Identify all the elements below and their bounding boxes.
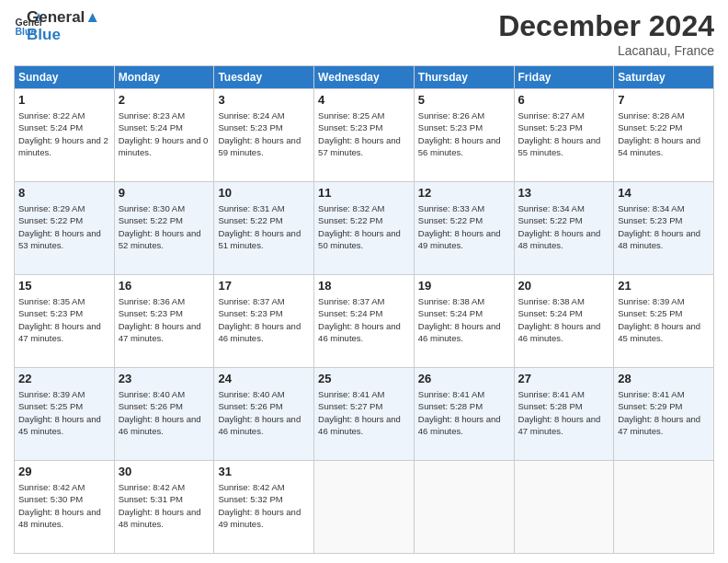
day-number: 18 [318, 278, 410, 294]
sunset-text: Sunset: 5:22 PM [119, 215, 183, 225]
sunrise-text: Sunrise: 8:40 AM [218, 389, 284, 399]
calendar-cell: 5Sunrise: 8:26 AMSunset: 5:23 PMDaylight… [414, 89, 514, 182]
day-number: 13 [518, 185, 610, 201]
calendar-cell [614, 461, 714, 554]
sunset-text: Sunset: 5:28 PM [418, 401, 483, 411]
col-tuesday: Tuesday [214, 66, 314, 89]
daylight-text: Daylight: 8 hours and 46 minutes. [218, 321, 301, 343]
day-number: 5 [418, 92, 510, 109]
day-number: 29 [18, 464, 110, 480]
sunset-text: Sunset: 5:23 PM [618, 215, 682, 225]
calendar-cell: 6Sunrise: 8:27 AMSunset: 5:23 PMDaylight… [514, 89, 614, 182]
day-number: 8 [18, 185, 110, 201]
daylight-text: Daylight: 8 hours and 51 minutes. [218, 228, 301, 250]
sunrise-text: Sunrise: 8:23 AM [119, 110, 185, 121]
sunrise-text: Sunrise: 8:27 AM [518, 110, 585, 121]
calendar-cell: 22Sunrise: 8:39 AMSunset: 5:25 PMDayligh… [15, 368, 115, 461]
sunset-text: Sunset: 5:25 PM [18, 401, 83, 411]
day-number: 27 [518, 371, 610, 387]
daylight-text: Daylight: 8 hours and 46 minutes. [318, 414, 401, 436]
calendar-cell: 16Sunrise: 8:36 AMSunset: 5:23 PMDayligh… [114, 275, 214, 368]
sunrise-text: Sunrise: 8:39 AM [618, 296, 684, 306]
calendar-week-row: 1Sunrise: 8:22 AMSunset: 5:24 PMDaylight… [15, 89, 714, 182]
calendar-cell [514, 461, 614, 554]
sunset-text: Sunset: 5:23 PM [318, 122, 382, 132]
sunset-text: Sunset: 5:24 PM [418, 308, 483, 318]
calendar-cell: 24Sunrise: 8:40 AMSunset: 5:26 PMDayligh… [214, 368, 314, 461]
calendar-cell: 1Sunrise: 8:22 AMSunset: 5:24 PMDaylight… [15, 89, 115, 182]
calendar-cell: 7Sunrise: 8:28 AMSunset: 5:22 PMDaylight… [614, 89, 714, 182]
sunrise-text: Sunrise: 8:42 AM [119, 482, 185, 492]
daylight-text: Daylight: 8 hours and 48 minutes. [518, 228, 601, 250]
calendar-header-row: Sunday Monday Tuesday Wednesday Thursday… [15, 66, 714, 89]
sunset-text: Sunset: 5:22 PM [518, 215, 583, 225]
daylight-text: Daylight: 8 hours and 46 minutes. [119, 414, 201, 436]
calendar-cell: 8Sunrise: 8:29 AMSunset: 5:22 PMDaylight… [15, 182, 115, 275]
daylight-text: Daylight: 8 hours and 47 minutes. [18, 321, 101, 343]
calendar-week-row: 29Sunrise: 8:42 AMSunset: 5:30 PMDayligh… [15, 461, 714, 554]
daylight-text: Daylight: 8 hours and 49 minutes. [218, 507, 301, 529]
sunset-text: Sunset: 5:29 PM [618, 401, 682, 411]
daylight-text: Daylight: 8 hours and 48 minutes. [618, 228, 700, 250]
sunrise-text: Sunrise: 8:36 AM [119, 296, 185, 306]
sunrise-text: Sunrise: 8:34 AM [618, 203, 684, 213]
calendar-cell: 18Sunrise: 8:37 AMSunset: 5:24 PMDayligh… [314, 275, 415, 368]
sunset-text: Sunset: 5:32 PM [218, 494, 282, 504]
daylight-text: Daylight: 9 hours and 2 minutes. [18, 135, 108, 157]
sunset-text: Sunset: 5:28 PM [518, 401, 583, 411]
calendar-cell: 23Sunrise: 8:40 AMSunset: 5:26 PMDayligh… [114, 368, 214, 461]
sunrise-text: Sunrise: 8:22 AM [18, 110, 85, 121]
calendar-cell: 15Sunrise: 8:35 AMSunset: 5:23 PMDayligh… [15, 275, 115, 368]
daylight-text: Daylight: 9 hours and 0 minutes. [119, 135, 209, 157]
sunrise-text: Sunrise: 8:37 AM [318, 296, 384, 306]
daylight-text: Daylight: 8 hours and 49 minutes. [418, 228, 501, 250]
sunrise-text: Sunrise: 8:41 AM [618, 389, 684, 399]
sunrise-text: Sunrise: 8:34 AM [518, 203, 585, 213]
calendar-cell: 29Sunrise: 8:42 AMSunset: 5:30 PMDayligh… [15, 461, 115, 554]
day-number: 1 [18, 92, 110, 109]
daylight-text: Daylight: 8 hours and 47 minutes. [119, 321, 201, 343]
calendar-cell: 27Sunrise: 8:41 AMSunset: 5:28 PMDayligh… [514, 368, 614, 461]
sunset-text: Sunset: 5:22 PM [318, 215, 382, 225]
sunset-text: Sunset: 5:23 PM [418, 122, 483, 132]
daylight-text: Daylight: 8 hours and 47 minutes. [518, 414, 601, 436]
calendar-cell [314, 461, 415, 554]
day-number: 9 [119, 185, 210, 201]
sunrise-text: Sunrise: 8:40 AM [119, 389, 185, 399]
calendar-cell: 11Sunrise: 8:32 AMSunset: 5:22 PMDayligh… [314, 182, 415, 275]
sunrise-text: Sunrise: 8:42 AM [218, 482, 284, 492]
sunset-text: Sunset: 5:26 PM [218, 401, 282, 411]
calendar-cell: 28Sunrise: 8:41 AMSunset: 5:29 PMDayligh… [614, 368, 714, 461]
col-monday: Monday [114, 66, 214, 89]
col-wednesday: Wednesday [314, 66, 415, 89]
logo-text-general: General▲ [27, 9, 100, 27]
day-number: 21 [618, 278, 710, 294]
sunrise-text: Sunrise: 8:25 AM [318, 110, 384, 121]
day-number: 3 [218, 92, 310, 109]
sunset-text: Sunset: 5:23 PM [218, 122, 282, 132]
sunrise-text: Sunrise: 8:28 AM [618, 110, 684, 121]
daylight-text: Daylight: 8 hours and 55 minutes. [518, 135, 601, 157]
sunset-text: Sunset: 5:23 PM [518, 122, 583, 132]
daylight-text: Daylight: 8 hours and 50 minutes. [318, 228, 401, 250]
daylight-text: Daylight: 8 hours and 46 minutes. [418, 321, 501, 343]
daylight-text: Daylight: 8 hours and 52 minutes. [119, 228, 201, 250]
day-number: 2 [119, 92, 210, 109]
daylight-text: Daylight: 8 hours and 46 minutes. [218, 414, 301, 436]
sunrise-text: Sunrise: 8:38 AM [518, 296, 585, 306]
sunrise-text: Sunrise: 8:26 AM [418, 110, 484, 121]
sunset-text: Sunset: 5:24 PM [119, 122, 183, 132]
day-number: 14 [618, 185, 710, 201]
calendar-cell: 31Sunrise: 8:42 AMSunset: 5:32 PMDayligh… [214, 461, 314, 554]
logo: General Blue General▲ Blue [14, 9, 100, 43]
day-number: 16 [119, 278, 210, 294]
calendar-cell: 3Sunrise: 8:24 AMSunset: 5:23 PMDaylight… [214, 89, 314, 182]
day-number: 20 [518, 278, 610, 294]
daylight-text: Daylight: 8 hours and 54 minutes. [618, 135, 700, 157]
location: Lacanau, France [498, 43, 714, 58]
daylight-text: Daylight: 8 hours and 48 minutes. [18, 507, 101, 529]
sunrise-text: Sunrise: 8:24 AM [218, 110, 284, 121]
calendar-cell: 10Sunrise: 8:31 AMSunset: 5:22 PMDayligh… [214, 182, 314, 275]
calendar-week-row: 15Sunrise: 8:35 AMSunset: 5:23 PMDayligh… [15, 275, 714, 368]
col-friday: Friday [514, 66, 614, 89]
